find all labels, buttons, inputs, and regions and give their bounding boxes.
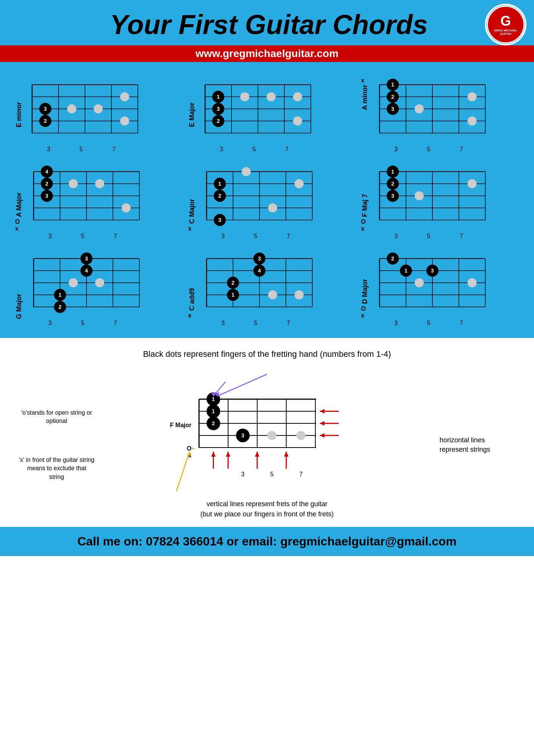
svg-point-68 <box>95 179 104 188</box>
svg-text:1: 1 <box>391 82 394 88</box>
chord-g-major: G Major <box>15 251 173 327</box>
svg-marker-203 <box>226 452 230 457</box>
svg-text:2: 2 <box>212 420 215 426</box>
svg-text:3: 3 <box>45 193 48 199</box>
chord-c-add9: C add9 x <box>188 251 346 327</box>
chord-grid: E minor <box>11 70 523 334</box>
svg-text:1: 1 <box>217 94 220 100</box>
chord-label-a-minor: A minor <box>361 85 369 110</box>
svg-text:2: 2 <box>59 304 62 310</box>
logo-letter: G <box>500 13 511 29</box>
footer-text: Call me on: 07824 366014 or email: gregm… <box>77 534 457 548</box>
fretboard-c-add9: 3 4 2 1 3 5 7 <box>199 251 316 327</box>
svg-text:4: 4 <box>45 169 48 175</box>
svg-text:1: 1 <box>212 396 215 402</box>
svg-text:1: 1 <box>59 292 62 298</box>
fretboard-a-major: 2 3 4 3 5 7 <box>26 164 143 240</box>
chord-label-g-major: G Major <box>15 294 23 319</box>
svg-text:F Major: F Major <box>170 422 191 428</box>
svg-point-67 <box>69 179 78 188</box>
svg-text:2: 2 <box>44 118 47 124</box>
chord-label-d-major: D Major <box>361 279 369 304</box>
svg-marker-176 <box>320 433 324 438</box>
fretboard-g-major: 3 4 1 2 3 5 7 <box>26 251 143 327</box>
svg-text:3: 3 <box>85 256 88 262</box>
svg-point-190 <box>267 431 276 440</box>
svg-text:1: 1 <box>212 408 215 414</box>
svg-text:2: 2 <box>45 181 48 187</box>
svg-text:3: 3 <box>391 193 394 199</box>
svg-text:2: 2 <box>391 256 394 262</box>
chord-label-c-add9: C add9 <box>188 288 196 311</box>
svg-text:3: 3 <box>44 106 47 112</box>
svg-text:3: 3 <box>391 106 394 112</box>
info-title: Black dots represent fingers of the fret… <box>19 349 515 359</box>
svg-point-10 <box>67 104 76 113</box>
svg-point-31 <box>293 116 302 125</box>
chord-a-minor: x A minor <box>361 77 519 153</box>
svg-point-106 <box>468 179 477 188</box>
note-vertical-frets: vertical lines represent frets of the gu… <box>200 499 333 519</box>
svg-text:O: O <box>187 445 191 452</box>
info-right-text: horizontal lines represent strings <box>440 435 515 454</box>
chord-e-major: E Major <box>188 77 346 153</box>
svg-point-144 <box>295 290 304 299</box>
fretboard-d-major: 2 3 1 3 5 7 <box>372 251 489 327</box>
svg-text:2: 2 <box>217 118 220 124</box>
chord-c-major: C Major x <box>188 164 346 240</box>
chord-a-major: A Major O x <box>15 164 173 240</box>
svg-point-28 <box>240 92 249 101</box>
svg-point-11 <box>94 104 103 113</box>
svg-marker-172 <box>320 409 324 414</box>
svg-point-48 <box>415 104 424 113</box>
svg-point-164 <box>468 278 477 287</box>
svg-point-143 <box>268 290 277 299</box>
page-title: Your First Guitar Chords <box>53 9 485 40</box>
svg-point-29 <box>267 92 276 101</box>
chord-label-a-major: A Major <box>15 192 23 217</box>
svg-text:1: 1 <box>404 268 407 274</box>
svg-line-216 <box>176 452 190 491</box>
svg-text:4: 4 <box>85 268 88 274</box>
svg-point-163 <box>415 278 424 287</box>
svg-text:2: 2 <box>218 193 221 199</box>
svg-point-105 <box>415 191 424 200</box>
chord-label-e-minor: E minor <box>15 102 23 127</box>
svg-point-123 <box>69 278 78 287</box>
svg-point-88 <box>295 179 304 188</box>
logo: G GREG MICHAELGUITAR <box>485 4 526 45</box>
svg-point-87 <box>268 203 277 212</box>
svg-marker-207 <box>284 452 289 457</box>
logo-text: GREG MICHAELGUITAR <box>494 29 517 36</box>
svg-text:3: 3 <box>431 268 434 274</box>
svg-text:2: 2 <box>391 181 394 187</box>
info-section: Black dots represent fingers of the fret… <box>0 338 534 527</box>
fretboard-a-minor: 1 2 3 3 5 7 <box>372 77 489 153</box>
f-major-annotated: F Major O x 1 1 2 3 <box>154 370 380 514</box>
svg-text:4: 4 <box>258 268 261 274</box>
chord-label-f-maj7: F Maj 7 <box>361 194 369 217</box>
header: Your First Guitar Chords G GREG MICHAELG… <box>0 0 534 45</box>
fretboard-e-minor: 3 2 3 5 7 <box>25 77 142 153</box>
svg-point-50 <box>468 116 477 125</box>
footer: Call me on: 07824 366014 or email: gregm… <box>0 527 534 556</box>
svg-point-49 <box>468 92 477 101</box>
svg-text:3: 3 <box>241 471 245 477</box>
fretboard-f-maj7: 1 2 3 3 5 7 <box>372 164 489 240</box>
svg-text:2: 2 <box>232 280 235 286</box>
info-center-diagram: F Major O x 1 1 2 3 <box>154 370 380 519</box>
svg-point-69 <box>122 203 131 212</box>
svg-text:1: 1 <box>232 292 235 298</box>
svg-point-191 <box>296 431 306 440</box>
svg-text:3: 3 <box>217 106 220 112</box>
svg-point-86 <box>242 167 251 176</box>
website-url: www.gregmichaelguitar.com <box>0 45 534 62</box>
chord-f-maj7: F Maj 7 O x <box>361 164 519 240</box>
svg-point-13 <box>120 116 129 125</box>
svg-point-12 <box>120 92 129 101</box>
info-left-notes: 'o'stands for open string or optional 'x… <box>19 409 94 481</box>
main-content: E minor <box>0 62 534 338</box>
svg-text:3: 3 <box>241 432 244 438</box>
svg-text:3: 3 <box>258 256 261 262</box>
svg-line-213 <box>217 374 267 396</box>
